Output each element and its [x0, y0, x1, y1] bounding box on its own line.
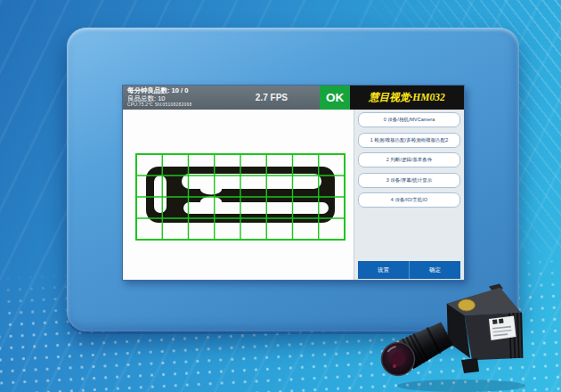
- production-stats: 每分钟良品数: 10 / 0 良品总数: 10 CPU:75.2℃ SN:051…: [123, 86, 256, 110]
- camera-shadow: [397, 380, 525, 392]
- module-button-statistics-display[interactable]: 3 设备/屏幕/统计显示: [358, 173, 460, 188]
- status-bar: 每分钟良品数: 10 / 0 良品总数: 10 CPU:75.2℃ SN:051…: [123, 86, 464, 110]
- inspection-view-canvas: [123, 110, 354, 280]
- module-button-camera[interactable]: 0 设备/相机/MVCamera: [358, 112, 460, 127]
- module-button-template-match[interactable]: 1 检测/模板匹配/多检测框模板匹配2: [358, 133, 460, 148]
- part-notch-bottom: [200, 197, 222, 208]
- fps-label: 2.7 FPS: [256, 93, 288, 102]
- status-badge: OK: [320, 86, 350, 110]
- cpu-serial-label: CPU:75.2℃ SN:05108282068: [127, 102, 256, 108]
- camera-lens: [382, 319, 455, 375]
- camera-label: [489, 316, 516, 341]
- background: 每分钟良品数: 10 / 0 良品总数: 10 CPU:75.2℃ SN:051…: [0, 0, 561, 392]
- screen-main-area: 0 设备/相机/MVCamera 1 检测/模板匹配/多检测框模板匹配2 2 判…: [123, 110, 464, 280]
- industrial-camera: [372, 282, 555, 392]
- settings-button[interactable]: 设置: [358, 261, 409, 279]
- camera-image-view: [123, 110, 354, 280]
- tool-panel: 0 设备/相机/MVCamera 1 检测/模板匹配/多检测框模板匹配2 2 判…: [354, 110, 464, 280]
- vision-sensor-screen: 每分钟良品数: 10 / 0 良品总数: 10 CPU:75.2℃ SN:051…: [122, 85, 465, 281]
- module-button-host-io[interactable]: 4 设备/IO/主机IO: [358, 192, 460, 208]
- brand-title: 慧目视觉·HM032: [350, 86, 464, 110]
- panel-bottom-actions: 设置 确定: [358, 261, 460, 279]
- part-notch-top: [200, 184, 222, 195]
- gold-cap: [459, 299, 476, 311]
- module-button-logic-condition[interactable]: 2 判断/逻辑/基本条件: [358, 152, 460, 167]
- confirm-button[interactable]: 确定: [409, 261, 460, 279]
- camera-body: [447, 284, 523, 374]
